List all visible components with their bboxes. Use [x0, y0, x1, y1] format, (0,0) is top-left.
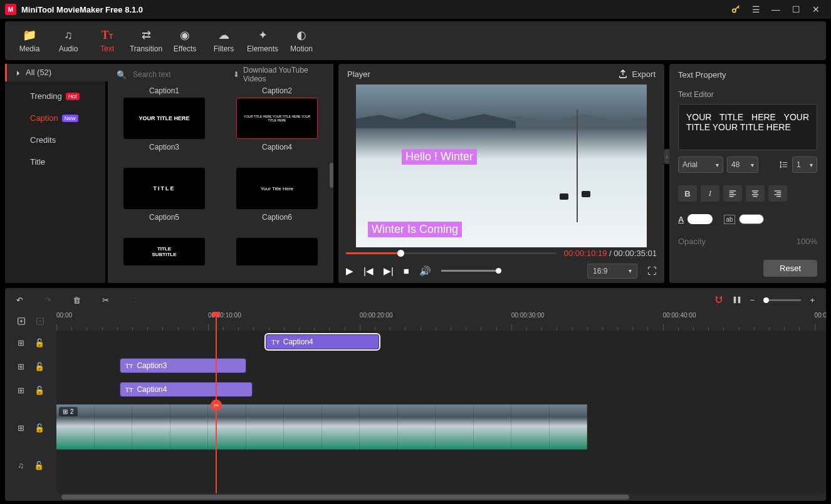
add-track-button[interactable]: [17, 317, 26, 326]
text-icon: Tᴛ: [271, 338, 280, 346]
tab-text[interactable]: TT Text: [88, 23, 127, 58]
split-button[interactable]: ✂: [102, 296, 109, 305]
align-center-button[interactable]: [746, 185, 765, 202]
tab-media[interactable]: 📁 Media: [10, 23, 49, 58]
category-caption[interactable]: Caption New: [5, 107, 105, 129]
lock-icon[interactable]: 🔓: [34, 338, 44, 347]
thumb-caption3[interactable]: YOUR TITLE HERE Caption3: [123, 98, 205, 165]
lock-icon[interactable]: 🔓: [34, 461, 44, 470]
undo-button[interactable]: ↶: [16, 296, 23, 305]
text-color-swatch[interactable]: [687, 214, 713, 224]
tab-transition[interactable]: ⇄ Transition: [127, 23, 165, 58]
tab-audio[interactable]: ♫ Audio: [49, 23, 88, 58]
align-right-button[interactable]: [768, 185, 787, 202]
text-track-icon: ⊞: [18, 338, 24, 347]
volume-slider[interactable]: [441, 270, 501, 272]
category-title[interactable]: Title: [5, 151, 105, 173]
highlight-color-swatch[interactable]: [739, 214, 764, 224]
text-track-2[interactable]: Tᴛ Caption3: [56, 354, 826, 378]
text-track-1[interactable]: Tᴛ Caption4: [56, 331, 826, 354]
timeline-playhead[interactable]: ✂: [216, 312, 217, 493]
lock-icon[interactable]: 🔓: [34, 423, 44, 433]
lock-icon[interactable]: 🔓: [34, 362, 44, 371]
magnet-button[interactable]: [714, 295, 724, 305]
audio-track[interactable]: [56, 453, 826, 477]
menu-icon[interactable]: ☰: [746, 0, 766, 19]
highlight-color-icon[interactable]: ab: [724, 215, 734, 224]
download-youtube-link[interactable]: ⬇ Download YouTube Videos: [233, 66, 325, 83]
close-button[interactable]: ✕: [806, 0, 826, 19]
delete-button[interactable]: 🗑: [73, 296, 81, 305]
text-color-icon[interactable]: A: [678, 215, 684, 224]
thumb-caption5[interactable]: TITLE Caption5: [123, 168, 205, 235]
lock-icon[interactable]: 🔓: [34, 386, 44, 395]
tab-motion[interactable]: ◐ Motion: [282, 23, 321, 58]
caption-clip-4b[interactable]: Tᴛ Caption4: [266, 334, 379, 349]
player-title: Player: [347, 69, 370, 79]
minimize-button[interactable]: —: [766, 0, 786, 19]
maximize-button[interactable]: ☐: [786, 0, 806, 19]
music-icon: ♫: [64, 29, 73, 42]
text-track-icon: ⊞: [18, 362, 24, 371]
search-input[interactable]: [133, 70, 227, 79]
caption-clip-4[interactable]: Tᴛ Caption4: [120, 382, 253, 397]
aspect-ratio-select[interactable]: 16:9 ▾: [587, 264, 637, 279]
text-editor-label: Text Editor: [669, 85, 826, 104]
thumb-caption4[interactable]: YOUR TITLE HERE YOUR TITLE HERE YOUR TIT…: [236, 98, 318, 165]
thumbnail-grid[interactable]: Caption1 Caption2 YOUR TITLE HERE Captio…: [108, 69, 333, 283]
text-track-3[interactable]: Tᴛ Caption4: [56, 378, 826, 402]
filters-icon: ☁: [218, 28, 229, 42]
tab-effects[interactable]: ◉ Effects: [165, 23, 204, 58]
stop-button[interactable]: ■: [404, 265, 409, 276]
text-track-icon: ⊞: [18, 386, 24, 395]
volume-icon[interactable]: 🔊: [419, 265, 431, 277]
fullscreen-button[interactable]: ⛶: [647, 265, 657, 276]
app-icon: M: [5, 4, 16, 15]
activate-key-icon[interactable]: [726, 0, 746, 19]
timeline-h-scrollbar[interactable]: [10, 495, 821, 500]
italic-button[interactable]: I: [701, 185, 719, 202]
thumb-caption8[interactable]: [236, 238, 318, 279]
reset-button[interactable]: Reset: [763, 260, 817, 277]
play-button[interactable]: ▶: [346, 265, 353, 277]
props-title: Text Property: [678, 70, 726, 80]
player-video-preview[interactable]: Hello ! Winter Winter Is Coming: [356, 85, 647, 247]
player-seek-bar[interactable]: [346, 252, 557, 254]
chevron-down-icon: ▾: [629, 267, 632, 274]
remove-track-button[interactable]: [36, 317, 44, 326]
video-track[interactable]: ⊞ 2: [56, 402, 826, 453]
font-size-select[interactable]: 48▾: [727, 157, 758, 173]
opacity-label: Opacity: [678, 237, 706, 246]
category-credits[interactable]: Credits: [5, 129, 105, 151]
thumb-caption6[interactable]: Your Title Here Caption6: [236, 168, 318, 235]
track-display-button[interactable]: [733, 296, 741, 304]
line-spacing-select[interactable]: 1▾: [792, 157, 817, 173]
zoom-slider[interactable]: [763, 299, 801, 301]
text-editor-input[interactable]: YOUR TITLE HERE YOUR TITLE YOUR TITLE HE…: [678, 104, 817, 150]
library-scrollbar[interactable]: [330, 85, 333, 283]
zoom-in-button[interactable]: +: [810, 296, 815, 305]
chevron-down-icon: ▾: [810, 162, 813, 168]
track-headers: ⊞🔓 ⊞🔓 ⊞🔓 ⊞🔓 ♫🔓: [5, 312, 56, 493]
svg-rect-1: [734, 297, 736, 304]
collapse-handle[interactable]: ›: [664, 149, 669, 164]
next-frame-button[interactable]: ▶|: [384, 265, 394, 277]
tab-elements[interactable]: ✦ Elements: [243, 23, 282, 58]
timeline-ruler[interactable]: 00:0000:00:10:0000:00:20:0000:00:30:0000…: [56, 312, 826, 331]
crop-button[interactable]: ⸬: [130, 295, 136, 305]
align-left-button[interactable]: [723, 185, 742, 202]
export-button[interactable]: Export: [618, 69, 656, 79]
svg-rect-2: [738, 297, 741, 304]
font-family-select[interactable]: Arial▾: [678, 157, 723, 173]
tab-filters[interactable]: ☁ Filters: [204, 23, 243, 58]
prev-frame-button[interactable]: |◀: [363, 265, 374, 277]
timeline-tracks-area[interactable]: 00:0000:00:10:0000:00:20:0000:00:30:0000…: [56, 312, 826, 493]
caption-clip-3[interactable]: Tᴛ Caption3: [120, 358, 247, 373]
bold-button[interactable]: B: [678, 185, 697, 202]
video-clip[interactable]: ⊞ 2: [56, 404, 587, 450]
thumb-caption7[interactable]: TITLE SUBTITLE: [123, 238, 205, 279]
time-total: 00:00:35:01: [614, 249, 657, 258]
category-trending[interactable]: Trending Hot: [5, 85, 105, 107]
redo-button[interactable]: ↷: [44, 296, 51, 305]
zoom-out-button[interactable]: −: [750, 296, 755, 305]
